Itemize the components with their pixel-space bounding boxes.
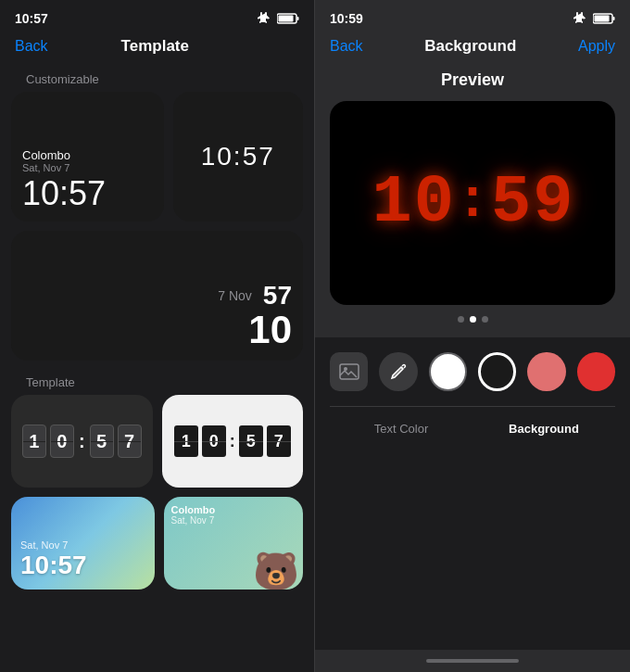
- seg-2: 0: [414, 170, 454, 236]
- tab-text-color[interactable]: Text Color: [330, 418, 472, 439]
- left-time: 10:57: [15, 11, 48, 26]
- white-color-button[interactable]: [429, 352, 467, 391]
- red-color-button[interactable]: [577, 352, 615, 391]
- flip-w4: 7: [267, 425, 291, 457]
- seg-4: 9: [533, 170, 573, 236]
- tab-bar: Text Color Background: [330, 406, 615, 439]
- flip-day: 10: [248, 311, 292, 349]
- left-status-bar: 10:57: [0, 0, 314, 33]
- right-status-icons: [573, 11, 615, 26]
- svg-rect-4: [613, 17, 615, 20]
- widget-flip-dark[interactable]: 7 Nov 57 10: [11, 231, 303, 361]
- flip-month: 7 Nov: [218, 288, 252, 303]
- left-nav-title: Template: [121, 37, 189, 56]
- seg-1: 1: [372, 170, 412, 236]
- right-time: 10:59: [330, 11, 363, 26]
- flip-clock-white-display: 1 0 : 5 7: [174, 425, 291, 457]
- widget-digital[interactable]: 10:57: [173, 92, 304, 222]
- black-color-button[interactable]: [478, 352, 516, 391]
- airplane-icon: [257, 11, 271, 26]
- widget-gradient[interactable]: Sat, Nov 7 10:57: [11, 497, 155, 590]
- right-nav-title: Background: [424, 37, 516, 56]
- right-airplane-icon: [573, 11, 587, 26]
- pen-icon: [389, 362, 408, 381]
- page-dots: [315, 305, 630, 330]
- flip-colon1: :: [79, 431, 85, 452]
- home-bar: [426, 659, 519, 663]
- right-battery-icon: [593, 13, 615, 24]
- right-panel: 10:59 Back Background Apply Preview 1 0 …: [315, 0, 630, 672]
- left-status-icons: [257, 11, 299, 26]
- seg-colon: :: [456, 173, 489, 229]
- bear-date: Sat, Nov 7: [171, 515, 216, 526]
- grid-row-1: Colombo Sat, Nov 7 10:57 10:57: [11, 92, 303, 222]
- color-options: [330, 352, 615, 391]
- flip-d2: 0: [50, 425, 74, 458]
- preview-area: 1 0 : 5 9: [330, 101, 615, 305]
- right-apply-button[interactable]: Apply: [578, 38, 615, 55]
- colombo-city: Colombo: [22, 148, 70, 162]
- flip-clock-dark-display: 1 0 : 5 7: [22, 425, 142, 458]
- widget-colombo[interactable]: Colombo Sat, Nov 7 10:57: [11, 92, 164, 222]
- bear-city: Colombo: [171, 504, 216, 515]
- seg-3: 5: [491, 170, 531, 236]
- flip-w1: 1: [174, 425, 198, 457]
- svg-rect-5: [595, 16, 610, 22]
- grid-row-3: 1 0 : 5 7 1 0 : 5 7: [11, 395, 303, 488]
- preview-title: Preview: [315, 65, 630, 101]
- grid-row-2: 7 Nov 57 10: [11, 231, 303, 361]
- salmon-color-button[interactable]: [527, 352, 565, 391]
- svg-rect-1: [297, 17, 299, 20]
- customizable-label: Customizable: [11, 65, 303, 92]
- flip-d4: 7: [118, 425, 142, 458]
- flip-mins: 57: [263, 281, 292, 311]
- dot-2: [470, 316, 476, 323]
- widget-bear[interactable]: Colombo Sat, Nov 7 🐻: [164, 497, 304, 590]
- bear-icon: 🐻: [253, 550, 299, 590]
- svg-rect-2: [279, 16, 294, 22]
- home-indicator: [315, 650, 630, 672]
- grad-date: Sat, Nov 7: [20, 539, 68, 551]
- tab-background[interactable]: Background: [472, 418, 615, 439]
- right-back-button[interactable]: Back: [330, 38, 363, 55]
- right-status-bar: 10:59: [315, 0, 630, 33]
- image-icon: [339, 361, 359, 382]
- grid-row-4: Sat, Nov 7 10:57 Colombo Sat, Nov 7 🐻: [11, 497, 303, 590]
- right-nav-bar: Back Background Apply: [315, 33, 630, 65]
- grad-time: 10:57: [20, 551, 87, 580]
- color-picker-section: Text Color Background: [315, 337, 630, 650]
- flip-w3: 5: [239, 425, 263, 457]
- digital-time: 10:57: [201, 142, 275, 171]
- dot-3: [482, 316, 488, 323]
- colombo-time: 10:57: [22, 177, 106, 210]
- clock-preview: 1 0 : 5 9: [372, 170, 573, 236]
- flip-w2: 0: [202, 425, 226, 457]
- left-back-button[interactable]: Back: [15, 38, 48, 55]
- flip-d1: 1: [22, 425, 46, 458]
- battery-icon: [277, 13, 299, 24]
- flip-colon2: :: [230, 432, 235, 451]
- image-picker-button[interactable]: [330, 352, 368, 391]
- dot-1: [458, 316, 464, 323]
- pen-picker-button[interactable]: [379, 352, 417, 391]
- templates-grid: Customizable Colombo Sat, Nov 7 10:57 10…: [0, 65, 314, 672]
- bear-header: Colombo Sat, Nov 7: [171, 504, 216, 526]
- widget-flip-clock-white[interactable]: 1 0 : 5 7: [162, 395, 304, 488]
- left-panel: 10:57 Back Template Customizable Colombo…: [0, 0, 314, 672]
- widget-flip-clock-dark[interactable]: 1 0 : 5 7: [11, 395, 153, 488]
- left-nav-bar: Back Template: [0, 33, 314, 65]
- template-section-label: Template: [11, 370, 303, 395]
- flip-date-row: 7 Nov 57: [218, 281, 292, 311]
- flip-d3: 5: [90, 425, 114, 458]
- colombo-date: Sat, Nov 7: [22, 162, 69, 173]
